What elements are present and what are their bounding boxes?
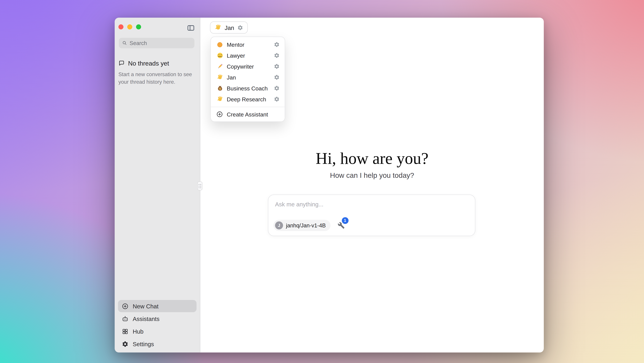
assistant-selector-button[interactable]: Jan <box>210 22 248 34</box>
search-input[interactable] <box>130 40 191 46</box>
assistant-item-label: Deep Research <box>227 96 266 102</box>
zipper-mouth-face-emoji-icon <box>216 52 223 59</box>
gear-icon <box>274 64 280 69</box>
gear-icon <box>274 85 280 91</box>
sidebar-item-label: Settings <box>133 340 154 347</box>
assistant-settings-button[interactable] <box>274 42 280 48</box>
sidebar-nav: New Chat Assistants <box>118 300 197 350</box>
composer-toolbar: J janhq/Jan-v1-4B 1 <box>274 220 346 231</box>
plus-circle-icon <box>122 303 128 309</box>
sidebar-toggle-button[interactable] <box>186 23 195 33</box>
plus-circle-icon <box>216 111 223 118</box>
chat-input[interactable] <box>268 195 475 213</box>
model-selector-button[interactable]: J janhq/Jan-v1-4B <box>274 220 330 231</box>
sidebar: No threads yet Start a new conversation … <box>115 18 200 352</box>
assistant-selector-label: Jan <box>225 24 234 31</box>
assistant-item-copywriter[interactable]: Copywriter <box>211 61 285 72</box>
money-bag-emoji-icon: $ <box>216 85 223 92</box>
gear-icon <box>274 42 280 48</box>
sidebar-item-hub[interactable]: Hub <box>118 325 197 337</box>
waving-hand-emoji-icon <box>215 24 222 31</box>
search-icon <box>122 40 127 46</box>
assistant-item-label: Business Coach <box>227 85 268 91</box>
bot-icon <box>122 315 128 322</box>
create-assistant-label: Create Assistant <box>227 111 268 118</box>
minimize-window-button[interactable] <box>127 24 132 30</box>
thread-empty-state: No threads yet Start a new conversation … <box>118 60 196 86</box>
tools-button[interactable]: 1 <box>337 221 346 230</box>
search-box[interactable] <box>119 38 194 48</box>
svg-text:$: $ <box>219 87 221 90</box>
tools-count-badge: 1 <box>342 217 348 224</box>
assistant-settings-button[interactable] <box>274 85 280 91</box>
sidebar-item-new-chat[interactable]: New Chat <box>118 300 197 312</box>
assistant-item-label: Copywriter <box>227 63 254 70</box>
desktop-background: No threads yet Start a new conversation … <box>0 0 644 363</box>
assistant-item-business-coach[interactable]: $ Business Coach <box>211 83 285 94</box>
gear-icon <box>274 75 280 80</box>
main-panel: Jan Mentor <box>200 18 544 352</box>
create-assistant-button[interactable]: Create Assistant <box>211 107 285 122</box>
model-name-label: janhq/Jan-v1-4B <box>286 222 326 229</box>
assistant-settings-button[interactable] <box>274 75 280 80</box>
greeting-heading: Hi, how are you? <box>200 149 544 168</box>
assistant-item-jan[interactable]: Jan <box>211 72 285 83</box>
assistant-item-lawyer[interactable]: Lawyer <box>211 50 285 61</box>
empty-state-title: No threads yet <box>128 60 169 67</box>
panel-left-icon <box>186 24 195 32</box>
sidebar-item-settings[interactable]: Settings <box>118 338 197 350</box>
grid-icon <box>122 328 128 334</box>
assistant-item-label: Jan <box>227 74 236 81</box>
window-controls <box>118 24 141 30</box>
grip-dots-icon <box>199 184 201 188</box>
sidebar-item-assistants[interactable]: Assistants <box>118 312 197 325</box>
assistant-settings-button[interactable] <box>274 64 280 69</box>
model-avatar: J <box>275 221 283 230</box>
app-window: No threads yet Start a new conversation … <box>115 18 544 352</box>
assistant-item-label: Lawyer <box>227 52 245 59</box>
assistant-settings-button[interactable] <box>274 96 280 102</box>
sidebar-item-label: Hub <box>133 328 144 334</box>
zoom-window-button[interactable] <box>136 24 141 30</box>
gear-icon[interactable] <box>237 25 243 31</box>
assistant-dropdown: Mentor Lawyer <box>210 37 285 122</box>
assistant-settings-button[interactable] <box>274 53 280 59</box>
sidebar-item-label: Assistants <box>133 315 160 322</box>
gear-icon <box>274 53 280 59</box>
greeting-subtitle: How can I help you today? <box>200 171 544 180</box>
gear-icon <box>274 96 280 102</box>
waving-hand-emoji-icon <box>216 74 223 81</box>
assistant-item-label: Mentor <box>227 41 244 48</box>
sidebar-resize-handle[interactable] <box>197 182 202 190</box>
gear-icon <box>122 340 128 347</box>
sidebar-item-label: New Chat <box>133 303 158 309</box>
waving-hand-emoji-icon <box>216 96 223 103</box>
chat-bubble-icon <box>118 60 125 67</box>
pencil-emoji-icon <box>216 63 223 70</box>
orange-circle-emoji-icon <box>217 41 223 48</box>
assistant-item-mentor[interactable]: Mentor <box>211 39 285 50</box>
empty-state-description: Start a new conversation to see your thr… <box>118 71 196 86</box>
close-window-button[interactable] <box>118 24 124 30</box>
chat-composer: J janhq/Jan-v1-4B 1 <box>268 195 475 236</box>
assistant-item-deep-research[interactable]: Deep Research <box>211 94 285 105</box>
